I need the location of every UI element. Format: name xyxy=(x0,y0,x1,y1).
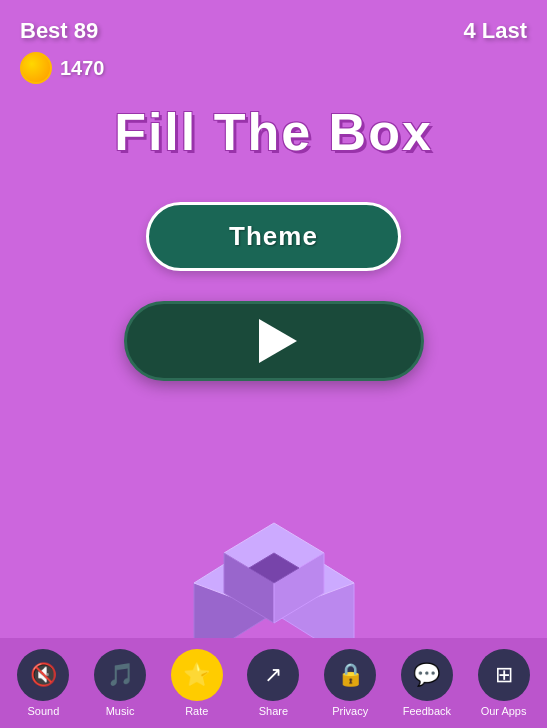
best-score: Best 89 xyxy=(20,18,98,44)
ourapps-label: Our Apps xyxy=(481,705,527,717)
rate-icon: ⭐ xyxy=(171,649,223,701)
privacy-label: Privacy xyxy=(332,705,368,717)
sound-icon: 🔇 xyxy=(17,649,69,701)
nav-item-sound[interactable]: 🔇Sound xyxy=(17,649,69,717)
game-title: Fill The Box xyxy=(0,102,547,162)
nav-item-ourapps[interactable]: ⊞Our Apps xyxy=(478,649,530,717)
rate-label: Rate xyxy=(185,705,208,717)
share-icon: ↗ xyxy=(247,649,299,701)
nav-item-music[interactable]: 🎵Music xyxy=(94,649,146,717)
play-button[interactable] xyxy=(124,301,424,381)
theme-btn-wrapper: Theme xyxy=(0,202,547,271)
music-label: Music xyxy=(106,705,135,717)
bottom-nav: 🔇Sound🎵Music⭐Rate↗Share🔒Privacy💬Feedback… xyxy=(0,638,547,728)
ourapps-icon: ⊞ xyxy=(478,649,530,701)
theme-button[interactable]: Theme xyxy=(146,202,401,271)
nav-item-share[interactable]: ↗Share xyxy=(247,649,299,717)
header: Best 89 4 Last xyxy=(0,0,547,44)
play-btn-wrapper xyxy=(0,301,547,381)
privacy-icon: 🔒 xyxy=(324,649,376,701)
last-score: 4 Last xyxy=(463,18,527,44)
nav-item-feedback[interactable]: 💬Feedback xyxy=(401,649,453,717)
nav-item-privacy[interactable]: 🔒Privacy xyxy=(324,649,376,717)
coins-row: 1470 xyxy=(0,44,547,92)
music-icon: 🎵 xyxy=(94,649,146,701)
coin-icon xyxy=(20,52,52,84)
share-label: Share xyxy=(259,705,288,717)
play-icon xyxy=(259,319,297,363)
nav-item-rate[interactable]: ⭐Rate xyxy=(171,649,223,717)
coin-count: 1470 xyxy=(60,57,105,80)
sound-label: Sound xyxy=(27,705,59,717)
feedback-icon: 💬 xyxy=(401,649,453,701)
feedback-label: Feedback xyxy=(403,705,451,717)
box-illustration xyxy=(164,453,384,653)
